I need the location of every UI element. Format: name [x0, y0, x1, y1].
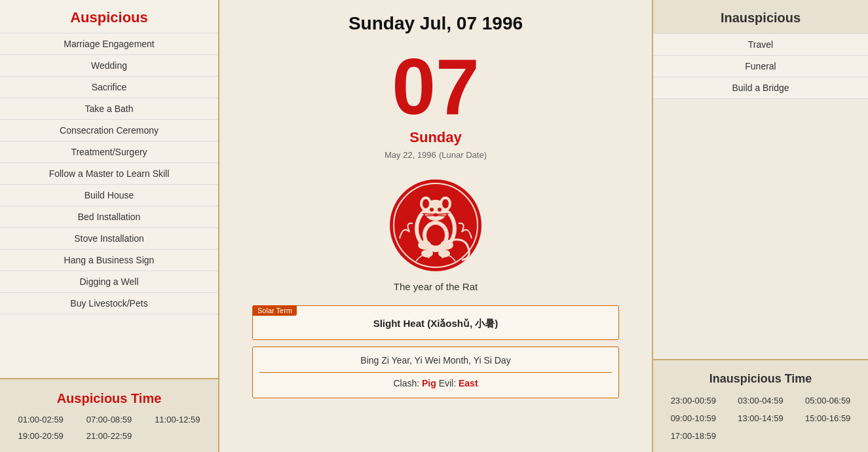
clash-text: Clash: Pig Evil: East: [259, 378, 612, 388]
auspicious-list-item: Buy Livestock/Pets: [0, 292, 218, 314]
inauspicious-list-item: Funeral: [653, 55, 868, 77]
main-date-title: Sunday Jul, 07 1996: [349, 13, 523, 34]
auspicious-time-item: 21:00-22:59: [75, 429, 143, 443]
clash-sep: Evil:: [439, 378, 459, 388]
inauspicious-time-title: Inauspicious Time: [653, 367, 868, 394]
lunar-date-value: May 22, 1996: [385, 150, 436, 160]
auspicious-list-item: Hang a Business Sign: [0, 249, 218, 271]
svg-point-7: [423, 199, 429, 208]
inauspicious-time-item: 13:00-14:59: [727, 411, 795, 425]
clash-direction: East: [459, 378, 478, 388]
svg-point-9: [430, 208, 434, 212]
inauspicious-time-item: 17:00-18:59: [660, 429, 727, 443]
inauspicious-title: Inauspicious: [653, 0, 868, 33]
day-name: Sunday: [409, 129, 461, 146]
center-panel: Sunday Jul, 07 1996 07 Sunday May 22, 19…: [219, 0, 652, 452]
auspicious-time-section: Auspicious Time 01:00-02:5907:00-08:5911…: [0, 378, 218, 452]
inauspicious-list-item: Travel: [653, 33, 868, 55]
auspicious-time-item: 11:00-12:59: [143, 413, 212, 426]
auspicious-list-item: Marriage Engagement: [0, 33, 218, 54]
right-panel: Inauspicious TravelFuneralBuild a Bridge…: [652, 0, 868, 452]
svg-line-14: [438, 214, 449, 214]
inauspicious-time-grid: 23:00-00:5903:00-04:5905:00-06:5909:00-1…: [653, 394, 868, 443]
auspicious-title: Auspicious: [0, 0, 218, 33]
left-panel: Auspicious Marriage EngagementWeddingSac…: [0, 0, 219, 452]
inauspicious-list: TravelFuneralBuild a Bridge: [653, 33, 868, 99]
auspicious-list-item: Take a Bath: [0, 98, 218, 119]
svg-line-13: [423, 216, 433, 216]
cycle-info-section: Bing Zi Year, Yi Wei Month, Yi Si Day Cl…: [252, 347, 619, 398]
inauspicious-time-item: 03:00-04:59: [727, 394, 795, 407]
inauspicious-time-item: [727, 429, 795, 443]
zodiac-label: The year of the Rat: [394, 281, 478, 292]
inauspicious-time-item: 15:00-16:59: [794, 411, 861, 425]
inauspicious-list-item: Build a Bridge: [653, 77, 868, 99]
auspicious-list-item: Consecration Ceremony: [0, 119, 218, 141]
inauspicious-time-section: Inauspicious Time 23:00-00:5903:00-04:59…: [653, 359, 868, 452]
auspicious-list-item: Sacrifice: [0, 76, 218, 98]
auspicious-time-title: Auspicious Time: [0, 386, 218, 413]
auspicious-list-item: Bed Installation: [0, 206, 218, 227]
inauspicious-time-item: 05:00-06:59: [794, 394, 861, 407]
solar-term-text: Slight Heat (Xiǎoshǔ, 小暑): [253, 306, 618, 339]
auspicious-list-item: Digging a Well: [0, 271, 218, 292]
lunar-date-label: (Lunar Date): [439, 150, 487, 160]
svg-point-11: [433, 214, 438, 217]
auspicious-list-item: Follow a Master to Learn Skill: [0, 162, 218, 184]
right-spacer: [653, 99, 868, 359]
inauspicious-time-item: 09:00-10:59: [660, 411, 727, 425]
auspicious-time-item: 19:00-20:59: [7, 429, 75, 443]
clash-label: Clash:: [393, 378, 419, 388]
auspicious-time-grid: 01:00-02:5907:00-08:5911:00-12:5919:00-2…: [0, 413, 218, 443]
lunar-date: May 22, 1996 (Lunar Date): [385, 149, 487, 160]
auspicious-time-item: 01:00-02:59: [7, 413, 75, 426]
auspicious-list-item: Wedding: [0, 54, 218, 76]
svg-point-18: [418, 240, 431, 250]
solar-term-badge: Solar Term: [253, 305, 297, 316]
divider: [259, 372, 612, 373]
solar-term-section: Solar Term Slight Heat (Xiǎoshǔ, 小暑): [252, 305, 619, 340]
svg-line-15: [438, 216, 449, 216]
clash-animal: Pig: [422, 378, 436, 388]
auspicious-time-item: 07:00-08:59: [75, 413, 143, 426]
zodiac-container: [387, 176, 485, 274]
inauspicious-time-item: [794, 429, 861, 443]
svg-line-12: [423, 214, 433, 214]
svg-point-10: [438, 208, 442, 212]
auspicious-list-item: Treatment/Surgery: [0, 141, 218, 162]
inauspicious-time-item: 23:00-00:59: [660, 394, 727, 407]
auspicious-list-item: Build House: [0, 184, 218, 206]
auspicious-list: Marriage EngagementWeddingSacrificeTake …: [0, 33, 218, 378]
auspicious-time-item: [143, 429, 212, 443]
auspicious-list-item: Stove Installation: [0, 227, 218, 249]
cycle-text: Bing Zi Year, Yi Wei Month, Yi Si Day: [259, 355, 612, 366]
day-number: 07: [392, 47, 479, 126]
svg-point-8: [442, 199, 449, 208]
